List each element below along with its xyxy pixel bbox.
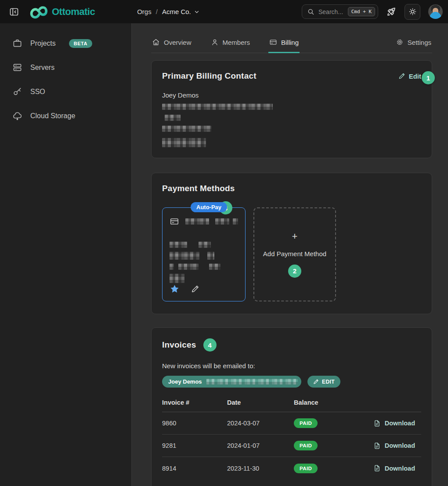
tab-members[interactable]: Members xyxy=(210,36,251,53)
breadcrumb-separator: / xyxy=(156,8,158,15)
step-badge-2: 2 xyxy=(288,265,301,278)
sidebar-item-servers[interactable]: Servers xyxy=(0,55,131,80)
quickstart-button[interactable] xyxy=(386,7,397,17)
invoice-number: 9281 xyxy=(162,442,227,449)
download-invoice-button[interactable]: Download xyxy=(373,464,415,472)
org-switcher[interactable]: Acme Co. xyxy=(162,8,200,15)
edit-billing-contact-button[interactable]: Edit xyxy=(398,73,421,80)
tab-label: Members xyxy=(223,39,250,46)
breadcrumb-orgs[interactable]: Orgs xyxy=(137,8,152,15)
default-payment-star-button[interactable] xyxy=(170,284,180,294)
tab-overview[interactable]: Overview xyxy=(151,36,192,53)
file-icon xyxy=(373,464,381,472)
recipient-name: Joey Demos xyxy=(168,378,202,385)
download-invoice-button[interactable]: Download xyxy=(373,442,415,450)
search-box[interactable]: Cmd + K xyxy=(302,4,378,19)
add-payment-method-label: Add Payment Method xyxy=(263,250,326,258)
autopay-badge: Auto-Pay xyxy=(191,202,227,212)
edit-button-label: EDIT xyxy=(322,379,335,385)
search-shortcut-kbd: Cmd + K xyxy=(348,7,375,16)
search-input[interactable] xyxy=(318,8,344,15)
edit-invoice-recipient-button[interactable]: EDIT xyxy=(307,376,340,388)
sidebar-toggle-button[interactable] xyxy=(6,4,22,20)
sidebar-item-label: Servers xyxy=(30,64,54,72)
gear-icon xyxy=(396,38,404,46)
download-invoice-button[interactable]: Download xyxy=(373,420,415,427)
add-payment-method-button[interactable]: + Add Payment Method 2 xyxy=(253,207,336,301)
invoice-email-note: New invoices will be emailed to: xyxy=(162,362,421,370)
card-title: Primary Billing Contact xyxy=(162,71,257,81)
tab-label: Settings xyxy=(408,39,431,46)
pencil-icon xyxy=(191,285,199,293)
sidebar-item-label: SSO xyxy=(30,88,45,96)
breadcrumb: Orgs / Acme Co. xyxy=(137,8,200,15)
download-label: Download xyxy=(385,442,415,449)
billing-contact-address xyxy=(162,104,421,147)
topbar-actions: Cmd + K xyxy=(302,4,443,20)
breadcrumb-current-org: Acme Co. xyxy=(162,8,191,15)
invoice-table-header: Invoice # Date Balance xyxy=(162,399,421,412)
tab-settings[interactable]: Settings xyxy=(395,36,432,53)
step-badge-1: 1 xyxy=(422,71,435,84)
panel-collapse-icon xyxy=(9,7,19,17)
column-header-date: Date xyxy=(227,399,294,406)
primary-billing-contact-card: Primary Billing Contact Edit 1 Joey Demo… xyxy=(151,60,432,158)
download-label: Download xyxy=(385,465,415,472)
redacted-card-number xyxy=(215,218,230,225)
card-title: Payment Methods xyxy=(162,184,421,193)
status-badge: PAID xyxy=(294,418,318,428)
payment-methods-card: Payment Methods Auto-Pay 3 xyxy=(151,173,432,314)
invoice-recipient-chip: Joey Demos xyxy=(162,376,301,388)
main-content: Overview Members Billing xyxy=(132,23,448,486)
invoice-table: Invoice # Date Balance 9860 2024-03-07 P… xyxy=(162,399,421,479)
sidebar-item-cloud-storage[interactable]: Cloud Storage xyxy=(0,104,131,128)
sidebar-item-label: Cloud Storage xyxy=(30,112,75,120)
briefcase-icon xyxy=(12,38,22,48)
status-badge: PAID xyxy=(294,441,318,450)
credit-card-icon xyxy=(170,217,179,226)
pencil-icon xyxy=(313,379,319,384)
cloud-icon xyxy=(12,111,22,121)
invoice-date: 2023-11-30 xyxy=(227,465,294,472)
sidebar-item-projects[interactable]: Projects BETA xyxy=(0,31,131,55)
beta-badge: BETA xyxy=(69,39,92,48)
redacted-text xyxy=(162,104,273,110)
tab-label: Overview xyxy=(164,39,191,46)
sidebar: Projects BETA Servers SSO xyxy=(0,23,132,486)
billing-contact-name: Joey Demos xyxy=(162,91,421,99)
org-tabs: Overview Members Billing xyxy=(151,36,432,53)
invoice-table-body: 9860 2024-03-07 PAID Download 9281 2024-… xyxy=(162,412,421,479)
topbar: Ottomatic Orgs / Acme Co. Cmd + K xyxy=(0,0,448,23)
home-icon xyxy=(152,38,160,46)
table-row: 9281 2024-01-07 PAID Download xyxy=(162,435,421,457)
app-logo[interactable]: Ottomatic xyxy=(29,3,95,21)
page-layout: Projects BETA Servers SSO xyxy=(0,23,448,486)
card-title: Invoices xyxy=(162,340,196,350)
user-avatar[interactable] xyxy=(428,4,443,19)
redacted-card-number xyxy=(185,218,209,225)
pencil-icon xyxy=(398,73,405,80)
step-badge-4: 4 xyxy=(203,338,217,352)
search-icon xyxy=(307,8,314,15)
sidebar-item-label: Projects xyxy=(30,40,56,47)
table-row: 9860 2024-03-07 PAID Download xyxy=(162,412,421,435)
key-icon xyxy=(12,87,22,97)
redacted-billing-details xyxy=(170,238,238,283)
column-header-invoice-number: Invoice # xyxy=(162,399,227,406)
edit-payment-method-button[interactable] xyxy=(191,285,199,293)
download-label: Download xyxy=(385,420,415,427)
sidebar-item-sso[interactable]: SSO xyxy=(0,80,131,104)
sun-icon xyxy=(408,7,417,16)
invoice-number: 9860 xyxy=(162,420,227,427)
file-icon xyxy=(373,442,381,450)
payment-method-tile[interactable]: Auto-Pay 3 xyxy=(162,207,246,301)
chevron-down-icon xyxy=(194,9,200,15)
theme-toggle-button[interactable] xyxy=(405,4,420,20)
redacted-text xyxy=(162,138,206,147)
app-title: Ottomatic xyxy=(52,6,95,18)
tab-billing[interactable]: Billing xyxy=(268,36,300,53)
status-badge: PAID xyxy=(294,464,318,473)
invoice-date: 2024-01-07 xyxy=(227,442,294,449)
table-row: 8914 2023-11-30 PAID Download xyxy=(162,457,421,479)
edit-label: Edit xyxy=(409,73,421,80)
